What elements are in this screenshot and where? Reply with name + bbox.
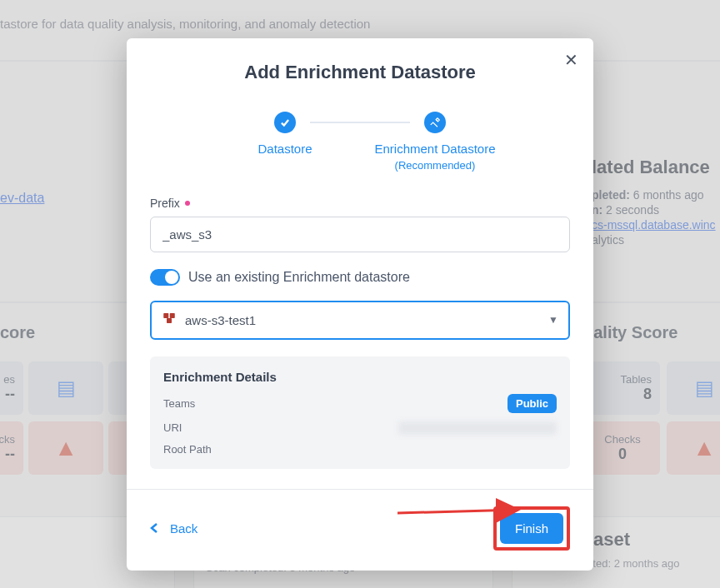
enrichment-details-card: Enrichment Details Teams Public URI Root…	[150, 356, 570, 469]
required-indicator	[185, 201, 190, 206]
step-active-icon	[424, 112, 446, 133]
datastore-select[interactable]: aws-s3-test1 ▼	[150, 301, 570, 340]
detail-teams-label: Teams	[163, 397, 195, 410]
step-label: Enrichment Datastore (Recommended)	[374, 142, 495, 173]
back-label: Back	[170, 521, 198, 536]
chevron-left-icon	[150, 522, 158, 534]
modal-title: Add Enrichment Datastore	[150, 62, 570, 83]
detail-uri-label: URI	[163, 421, 182, 434]
detail-teams-row: Teams Public	[163, 394, 557, 413]
footer-divider	[127, 489, 593, 490]
datastore-selected-value: aws-s3-test1	[185, 313, 256, 327]
modal-footer: Back Finish	[150, 506, 570, 551]
step-label: Datastore	[258, 142, 312, 157]
stepper: Datastore Enrichment Datastore (Recommen…	[150, 112, 570, 173]
finish-highlight-annotation: Finish	[493, 506, 570, 551]
close-button[interactable]: ✕	[564, 50, 578, 70]
step-enrichment-datastore[interactable]: Enrichment Datastore (Recommended)	[352, 112, 518, 173]
svg-rect-0	[163, 313, 168, 318]
detail-rootpath-row: Root Path	[163, 443, 557, 456]
detail-rootpath-label: Root Path	[163, 443, 212, 456]
add-enrichment-datastore-modal: ✕ Add Enrichment Datastore Datastore Enr…	[127, 38, 593, 571]
close-icon: ✕	[564, 51, 578, 69]
detail-uri-value-redacted	[398, 421, 557, 435]
detail-uri-row: URI	[163, 421, 557, 435]
back-button[interactable]: Back	[150, 521, 198, 536]
public-badge: Public	[508, 394, 557, 413]
prefix-label: Prefix	[150, 197, 570, 210]
datastore-type-icon	[162, 311, 177, 330]
prefix-input[interactable]	[150, 217, 570, 252]
svg-rect-1	[170, 313, 175, 318]
svg-rect-2	[167, 318, 172, 323]
use-existing-toggle-row: Use an existing Enrichment datastore	[150, 269, 570, 286]
step-complete-icon	[274, 112, 296, 133]
finish-button[interactable]: Finish	[500, 513, 563, 544]
step-datastore[interactable]: Datastore	[202, 112, 368, 157]
chevron-down-icon: ▼	[548, 314, 558, 326]
details-title: Enrichment Details	[163, 370, 557, 384]
use-existing-toggle[interactable]	[150, 269, 180, 286]
toggle-label: Use an existing Enrichment datastore	[188, 270, 410, 285]
